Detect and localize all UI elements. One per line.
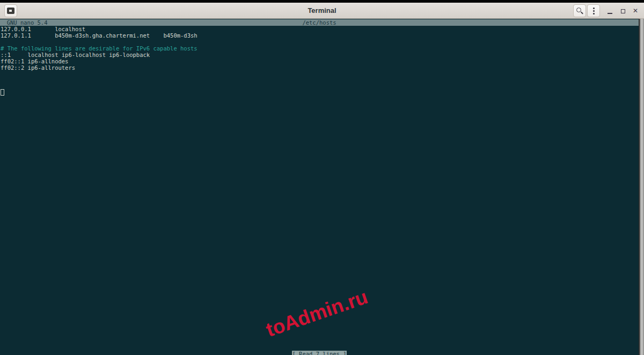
editor-line: 127.0.0.1 localhost [1, 26, 85, 32]
close-button[interactable]: ✕ [629, 4, 642, 17]
terminal-content-area[interactable]: /etc/hosts GNU nano 5.4 127.0.0.1 localh… [0, 19, 644, 355]
search-icon [576, 8, 581, 12]
kebab-menu-icon [593, 8, 595, 15]
minimize-button[interactable] [603, 4, 616, 17]
nano-titlebar: /etc/hosts GNU nano 5.4 [0, 19, 639, 26]
menu-button[interactable] [587, 4, 600, 17]
new-terminal-button[interactable] [4, 4, 17, 17]
minimize-icon [608, 13, 612, 14]
terminal-icon [7, 8, 14, 14]
editor-line: ::1 localhost ip6-localhost ip6-loopback [1, 52, 150, 58]
window-title: Terminal [0, 3, 644, 19]
window-titlebar: Terminal ✕ [0, 3, 644, 19]
text-cursor [1, 89, 4, 96]
editor-line: # The following lines are desirable for … [1, 45, 197, 52]
nano-version: GNU nano 5.4 [0, 19, 48, 26]
maximize-icon [621, 9, 625, 13]
editor-line: ff02::2 ip6-allrouters [1, 64, 75, 71]
nano-status-line: [ Read 7 lines ] [0, 351, 639, 355]
editor-line: 127.0.1.1 b450m-d3sh.gha.chartermi.net b… [1, 32, 197, 39]
nano-status-message: [ Read 7 lines ] [292, 351, 346, 355]
maximize-button[interactable] [617, 4, 630, 17]
nano-filename: /etc/hosts [0, 19, 639, 26]
search-button[interactable] [573, 4, 586, 17]
terminal-scrollbar[interactable] [639, 19, 644, 355]
editor-line: ff02::1 ip6-allnodes [1, 58, 68, 64]
